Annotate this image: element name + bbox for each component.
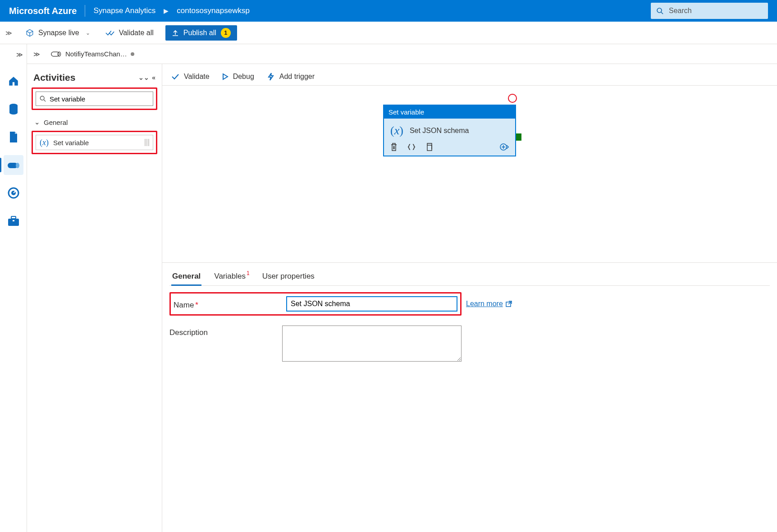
copy-icon[interactable]	[425, 143, 433, 151]
activities-panel: Activities ⌄⌄ « ⌄ General	[27, 64, 162, 532]
svg-point-0	[657, 8, 662, 13]
breadcrumb-workspace[interactable]: contososynapsewksp	[177, 6, 250, 15]
logo[interactable]: Microsoft Azure	[9, 6, 77, 16]
svg-line-1	[661, 12, 663, 14]
play-icon	[222, 73, 229, 80]
svg-rect-16	[427, 145, 432, 151]
rail-manage[interactable]	[4, 211, 23, 231]
name-input[interactable]	[286, 296, 457, 312]
external-link-icon	[506, 301, 512, 307]
node-success-connector[interactable]	[516, 133, 521, 141]
rail-integrate[interactable]	[4, 155, 23, 175]
publish-all-button[interactable]: Publish all 1	[165, 25, 237, 41]
editor-tab[interactable]: NotifiyTeamsChan…	[46, 47, 139, 60]
drag-handle-icon[interactable]	[144, 139, 150, 146]
variable-icon: (x)	[40, 138, 49, 147]
search-icon	[656, 7, 663, 14]
rail-develop[interactable]	[4, 127, 23, 147]
search-icon	[40, 96, 46, 102]
add-trigger-button[interactable]: Add trigger	[267, 73, 315, 81]
debug-button[interactable]: Debug	[222, 73, 254, 81]
add-output-icon[interactable]	[500, 143, 509, 151]
variable-icon: (x)	[390, 124, 403, 138]
properties-tabs: General Variables1 User properties	[169, 269, 770, 286]
svg-line-14	[44, 100, 46, 101]
activities-search[interactable]	[36, 92, 153, 106]
editor-tabstrip: ≫ NotifiyTeamsChan…	[27, 44, 777, 64]
rail-home[interactable]	[4, 71, 23, 91]
topbar-divider	[85, 5, 85, 17]
global-search[interactable]	[651, 3, 768, 19]
activity-item-set-variable[interactable]: (x) Set variable	[36, 135, 153, 150]
collapse-groups-icon[interactable]: ⌄⌄	[138, 74, 149, 81]
node-status-icon	[508, 94, 517, 103]
description-label: Description	[169, 326, 282, 337]
name-row-highlight: Name*	[169, 292, 462, 316]
properties-panel: General Variables1 User properties Name*	[162, 262, 777, 532]
name-label: Name*	[174, 298, 286, 310]
cmdbar-expand-icon[interactable]: ≫	[5, 29, 12, 37]
left-rail: ≫	[0, 44, 27, 532]
activities-search-input[interactable]	[50, 95, 149, 103]
validate-button[interactable]: Validate	[171, 73, 210, 81]
topbar: Microsoft Azure Synapse Analytics ▶ cont…	[0, 0, 777, 22]
canvas-node[interactable]: Set variable (x) Set JSON schema	[383, 105, 516, 156]
synapse-live-dropdown[interactable]: Synapse live ⌄	[22, 26, 94, 40]
svg-rect-10	[13, 220, 14, 221]
svg-marker-15	[223, 74, 228, 79]
tab-variables[interactable]: Variables1	[213, 269, 249, 285]
chevron-down-icon: ⌄	[34, 118, 40, 126]
svg-rect-9	[11, 216, 16, 219]
chevron-down-icon: ⌄	[86, 30, 90, 36]
activities-search-highlight	[32, 87, 157, 110]
pipeline-icon	[7, 160, 20, 170]
gauge-icon	[8, 187, 19, 199]
tab-general[interactable]: General	[171, 269, 201, 285]
pipeline-tab-icon	[51, 50, 62, 58]
lightning-icon	[267, 73, 275, 81]
document-icon	[9, 131, 18, 143]
breadcrumb-caret-icon: ▶	[164, 7, 169, 14]
validate-all-icon	[105, 29, 114, 37]
rail-monitor[interactable]	[4, 183, 23, 203]
activities-title: Activities	[33, 72, 75, 83]
tabstrip-chevron-icon[interactable]: ≫	[32, 49, 42, 60]
toolbox-icon	[7, 215, 20, 227]
leftrail-collapse-icon[interactable]: ≫	[0, 46, 27, 63]
tab-user-properties[interactable]: User properties	[261, 269, 315, 285]
dirty-indicator-icon	[131, 52, 134, 56]
command-bar: ≫ Synapse live ⌄ Validate all Publish al…	[0, 22, 777, 44]
code-icon[interactable]	[407, 143, 416, 151]
delete-icon[interactable]	[390, 143, 398, 151]
node-name: Set JSON schema	[410, 127, 469, 135]
svg-point-4	[16, 163, 19, 168]
activity-item-highlight: (x) Set variable	[32, 131, 157, 154]
breadcrumb-service[interactable]: Synapse Analytics	[93, 6, 155, 15]
collapse-panel-icon[interactable]: «	[152, 74, 155, 81]
rail-data[interactable]	[4, 99, 23, 119]
check-icon	[171, 73, 179, 80]
editor-tab-title: NotifiyTeamsChan…	[65, 50, 127, 58]
home-icon	[8, 75, 19, 87]
svg-point-13	[40, 96, 44, 100]
svg-rect-8	[8, 219, 19, 226]
publish-badge: 1	[221, 28, 231, 38]
cube-icon	[26, 29, 34, 37]
canvas-toolbar: Validate Debug Add trigger	[162, 64, 777, 86]
learn-more-link[interactable]: Learn more	[466, 300, 512, 308]
database-icon	[8, 103, 19, 115]
publish-icon	[172, 29, 179, 37]
svg-line-21	[508, 301, 512, 304]
activity-group-general[interactable]: ⌄ General	[32, 116, 157, 131]
description-input[interactable]	[282, 326, 462, 362]
validate-all-button[interactable]: Validate all	[102, 26, 157, 40]
pipeline-canvas[interactable]: Validate Debug Add trigger Set variable	[162, 64, 777, 532]
node-type-label: Set variable	[384, 105, 515, 119]
global-search-input[interactable]	[669, 7, 759, 15]
